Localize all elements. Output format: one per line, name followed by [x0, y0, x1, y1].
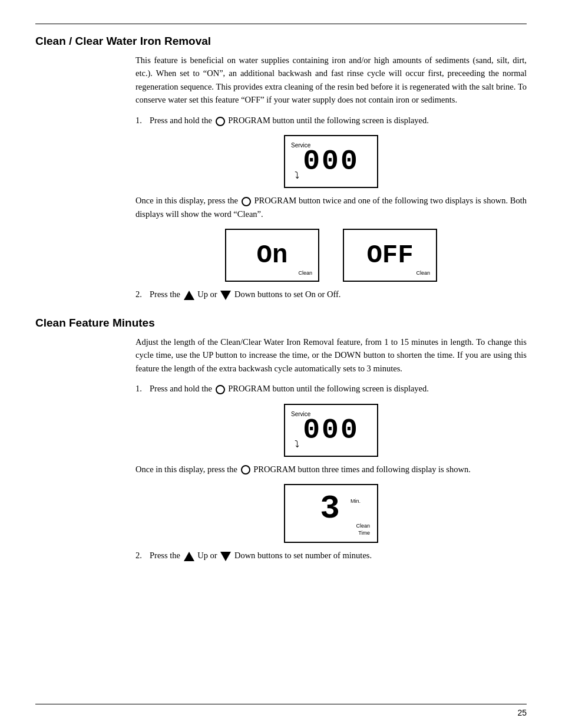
- page: Clean / Clear Water Iron Removal This fe…: [0, 0, 562, 728]
- section2-step2-up-label: Up or: [197, 551, 217, 560]
- down-arrow2-icon: [220, 552, 231, 561]
- section2-content: Adjust the length of the Clean/Clear Wat…: [135, 335, 527, 562]
- section1-step1-text-after: button until the following screen is dis…: [273, 116, 429, 125]
- bottom-rule: [35, 704, 527, 704]
- section2-display1-arrow: ⤵: [295, 439, 299, 450]
- section1-content: This feature is beneficial on water supp…: [135, 54, 527, 301]
- section1-display1-container: Service 000 ⤵: [135, 135, 527, 188]
- section1-display1-service: Service: [291, 142, 310, 149]
- section1-between-text1: Once in this display, press the: [135, 196, 238, 205]
- program-circle2-icon: [242, 197, 251, 206]
- section2-step1: 1. Press and hold the PROGRAM button unt…: [135, 382, 527, 395]
- section2-display1-container: Service 000 ⤵: [135, 404, 527, 457]
- section2-display1: Service 000 ⤵: [284, 404, 378, 457]
- section2-step2-text: Press the Up or Down buttons to set numb…: [150, 549, 372, 562]
- section2-step2-text-before: Press the: [150, 551, 180, 560]
- section2-between: Once in this display, press the PROGRAM …: [135, 463, 527, 476]
- section1-display-on: On Clean: [225, 229, 319, 282]
- section2-step1-text-after: button until the following screen is dis…: [273, 384, 429, 393]
- section1-on-clean-label: Clean: [298, 270, 312, 276]
- section2-time-label: Time: [358, 530, 370, 536]
- section1-off-clean-label: Clean: [416, 270, 430, 276]
- program-circle-icon: [216, 117, 225, 126]
- section1-step2-up-label: Up or: [197, 289, 217, 299]
- section1-on-text: On: [257, 241, 288, 270]
- section2-body: Adjust the length of the Clean/Clear Wat…: [135, 335, 527, 375]
- section2-display1-digits: 000: [303, 414, 359, 446]
- section1-body: This feature is beneficial on water supp…: [135, 54, 527, 107]
- section1-between: Once in this display, press the PROGRAM …: [135, 194, 527, 220]
- program-circle4-icon: [241, 465, 250, 475]
- section2-min-label: Min.: [351, 498, 361, 504]
- section2-title: Clean Feature Minutes: [35, 317, 527, 330]
- section2-between-text1: Once in this display, press the: [135, 465, 237, 474]
- section2-time-number: 3: [320, 490, 340, 528]
- section1-display-off: OFF Clean: [343, 229, 437, 282]
- section2-step1-text-before: Press and hold the: [150, 384, 212, 393]
- section1-step2-down-label: Down buttons to set On or Off.: [234, 289, 341, 299]
- section1-step2-text-before: Press the: [150, 289, 180, 299]
- section1-step1-text: Press and hold the PROGRAM button until …: [150, 114, 429, 127]
- section1-off-text: OFF: [366, 241, 413, 270]
- section1-step1-button-label: PROGRAM: [228, 116, 270, 125]
- section1-step2-text: Press the Up or Down buttons to set On o…: [150, 288, 340, 301]
- section2-between-text2: PROGRAM button three times and following…: [253, 465, 471, 474]
- up-arrow2-icon: [184, 552, 194, 561]
- down-arrow-icon: [220, 291, 231, 300]
- section1-display1: Service 000 ⤵: [284, 135, 378, 188]
- program-circle3-icon: [216, 385, 225, 394]
- section1-display1-digits: 000: [303, 146, 359, 177]
- section2-step1-button-label: PROGRAM: [228, 384, 270, 393]
- section2-display1-service: Service: [291, 411, 310, 417]
- section2-clean-label: Clean: [356, 523, 370, 529]
- section2-display-time-container: 3 Min. Clean Time: [135, 484, 527, 543]
- section1-display-pair: On Clean OFF Clean: [135, 229, 527, 282]
- section2-step2-num: 2.: [135, 549, 150, 562]
- section1-display1-arrow: ⤵: [295, 170, 299, 181]
- section1-step1: 1. Press and hold the PROGRAM button unt…: [135, 114, 527, 127]
- section2-step2-down-label: Down buttons to set number of minutes.: [234, 551, 372, 560]
- section1-step2: 2. Press the Up or Down buttons to set O…: [135, 288, 527, 301]
- section1-step1-text-before: Press and hold the: [150, 116, 212, 125]
- section2-step1-text: Press and hold the PROGRAM button until …: [150, 382, 429, 395]
- section2-step1-num: 1.: [135, 382, 150, 395]
- section1-step1-num: 1.: [135, 114, 150, 127]
- up-arrow-icon: [184, 291, 194, 300]
- section1-title: Clean / Clear Water Iron Removal: [35, 35, 527, 48]
- section2-display-time: 3 Min. Clean Time: [284, 484, 378, 543]
- section2-step2: 2. Press the Up or Down buttons to set n…: [135, 549, 527, 562]
- page-number: 25: [517, 708, 527, 717]
- top-rule: [35, 24, 527, 24]
- section1-step2-num: 2.: [135, 288, 150, 301]
